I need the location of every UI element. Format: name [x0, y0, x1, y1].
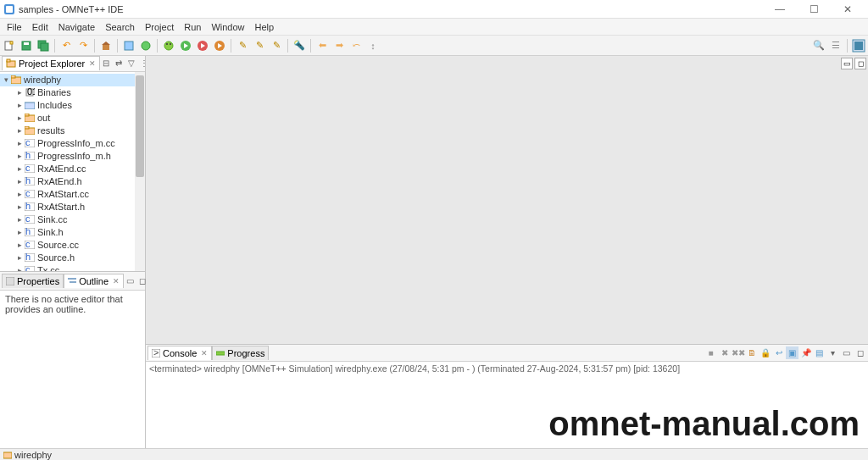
twisty-icon[interactable]: ▸: [15, 202, 24, 211]
link-editor-icon[interactable]: ⇄: [113, 58, 125, 69]
new-button[interactable]: [2, 38, 17, 53]
tree-item[interactable]: ▸results: [0, 125, 145, 137]
svg-rect-29: [25, 103, 35, 109]
wizard-3-icon[interactable]: ✎: [269, 38, 284, 53]
twisty-icon[interactable]: ▸: [15, 253, 24, 262]
filter-icon[interactable]: ▽: [125, 58, 137, 69]
editor-maximize-icon[interactable]: ◻: [854, 58, 866, 69]
tree-item[interactable]: ▸cTx.cc: [0, 264, 145, 271]
twisty-icon[interactable]: ▸: [15, 228, 24, 236]
twisty-icon[interactable]: ▸: [15, 190, 24, 198]
open-console-icon[interactable]: ▾: [826, 346, 839, 359]
clear-console-icon[interactable]: 🗎: [745, 346, 758, 359]
tree-item[interactable]: ▸hRxAtEnd.h: [0, 175, 145, 188]
simulation-perspective-icon[interactable]: [851, 38, 866, 53]
tree-item[interactable]: ▸out: [0, 112, 145, 125]
nav-forward-button[interactable]: ➡: [331, 38, 347, 53]
close-icon[interactable]: ✕: [113, 277, 120, 285]
save-all-button[interactable]: [36, 38, 51, 53]
minimize-view-icon[interactable]: ▭: [840, 346, 853, 359]
remove-all-icon[interactable]: ✖✖: [732, 346, 744, 359]
remove-launch-icon[interactable]: ✖: [718, 346, 731, 359]
display-selected-icon[interactable]: ▤: [813, 346, 826, 359]
twisty-icon[interactable]: ▸: [15, 152, 24, 160]
twisty-icon[interactable]: ▸: [15, 164, 24, 173]
external-tools-button[interactable]: [212, 38, 227, 53]
twisty-icon[interactable]: ▸: [15, 126, 24, 135]
menu-search[interactable]: Search: [100, 20, 140, 34]
tree-item[interactable]: ▸hProgressInfo_m.h: [0, 150, 145, 163]
twisty-icon[interactable]: ▸: [15, 177, 24, 186]
profile-button[interactable]: [195, 38, 210, 53]
nav-back-button[interactable]: ⬅: [314, 38, 330, 53]
tree-item[interactable]: ▸01Binaries: [0, 86, 145, 99]
editor-minimize-icon[interactable]: ▭: [841, 58, 853, 69]
redo-button[interactable]: ↷: [75, 38, 91, 53]
tree-item[interactable]: ▸cProgressInfo_m.cc: [0, 137, 145, 150]
twisty-icon[interactable]: ▸: [15, 139, 24, 147]
tree-item[interactable]: ▸cSource.cc: [0, 239, 145, 252]
new-module-button[interactable]: [138, 38, 153, 53]
project-tree[interactable]: ▾ wiredphy ▸01Binaries▸Includes▸out▸resu…: [0, 72, 145, 271]
twisty-icon[interactable]: ▸: [15, 101, 24, 109]
build-button[interactable]: [98, 38, 114, 53]
search-button[interactable]: 🔦: [292, 38, 307, 53]
twisty-icon[interactable]: ▸: [15, 266, 24, 271]
tree-item[interactable]: ▸cSink.cc: [0, 213, 145, 226]
close-icon[interactable]: ✕: [201, 349, 208, 357]
editor-area: ▭ ◻: [146, 56, 868, 345]
pin-button[interactable]: ↕: [365, 38, 381, 53]
twisty-icon[interactable]: ▸: [15, 114, 24, 122]
tree-scrollbar[interactable]: [135, 72, 145, 271]
tree-project-root[interactable]: ▾ wiredphy: [0, 74, 145, 86]
tree-item[interactable]: ▸Includes: [0, 99, 145, 112]
twisty-icon[interactable]: ▾: [2, 75, 10, 84]
wizard-1-icon[interactable]: ✎: [235, 38, 250, 53]
nav-last-edit-button[interactable]: ⤺: [348, 38, 364, 53]
new-ned-button[interactable]: [121, 38, 136, 53]
tab-properties[interactable]: Properties: [2, 274, 64, 288]
menu-help[interactable]: Help: [250, 20, 280, 34]
window-minimize-button[interactable]: —: [763, 1, 797, 18]
run-button[interactable]: [178, 38, 193, 53]
tree-item[interactable]: ▸hRxAtStart.h: [0, 201, 145, 213]
tab-progress[interactable]: Progress: [212, 346, 269, 360]
tree-item[interactable]: ▸hSource.h: [0, 252, 145, 264]
tab-outline[interactable]: Outline ✕: [64, 274, 124, 288]
twisty-icon[interactable]: ▸: [15, 241, 24, 249]
show-console-icon[interactable]: ▣: [786, 346, 798, 359]
menu-file[interactable]: File: [2, 20, 27, 34]
debug-button[interactable]: [161, 38, 176, 53]
undo-button[interactable]: ↶: [58, 38, 74, 53]
svg-rect-65: [6, 277, 14, 285]
word-wrap-icon[interactable]: ↩: [772, 346, 785, 359]
maximize-view-icon[interactable]: ◻: [854, 346, 866, 359]
menu-project[interactable]: Project: [140, 20, 179, 34]
open-perspective-icon[interactable]: ☰: [828, 38, 843, 53]
minimize-view-icon[interactable]: ▭: [124, 274, 136, 286]
tree-item[interactable]: ▸cRxAtStart.cc: [0, 188, 145, 201]
twisty-icon[interactable]: ▸: [15, 215, 24, 224]
menu-edit[interactable]: Edit: [27, 20, 53, 34]
file-icon: [24, 113, 36, 123]
tab-console[interactable]: > Console ✕: [147, 346, 212, 360]
terminate-icon[interactable]: ■: [704, 346, 717, 359]
tab-project-explorer[interactable]: Project Explorer ✕: [2, 56, 100, 70]
menu-window[interactable]: Window: [206, 20, 249, 34]
menu-run[interactable]: Run: [179, 20, 206, 34]
svg-rect-24: [7, 59, 10, 62]
quick-access-icon[interactable]: 🔍: [811, 38, 826, 53]
pin-console-icon[interactable]: 📌: [799, 346, 812, 359]
svg-text:h: h: [25, 228, 31, 236]
close-icon[interactable]: ✕: [89, 59, 96, 68]
collapse-all-icon[interactable]: ⊟: [100, 58, 112, 69]
wizard-2-icon[interactable]: ✎: [252, 38, 267, 53]
tree-item[interactable]: ▸cRxAtEnd.cc: [0, 163, 145, 175]
save-button[interactable]: [19, 38, 34, 53]
scroll-lock-icon[interactable]: 🔒: [759, 346, 771, 359]
twisty-icon[interactable]: ▸: [15, 88, 24, 97]
window-close-button[interactable]: ✕: [831, 1, 865, 18]
tree-item[interactable]: ▸hSink.h: [0, 226, 145, 239]
menu-navigate[interactable]: Navigate: [53, 20, 100, 34]
window-maximize-button[interactable]: ☐: [797, 1, 831, 18]
